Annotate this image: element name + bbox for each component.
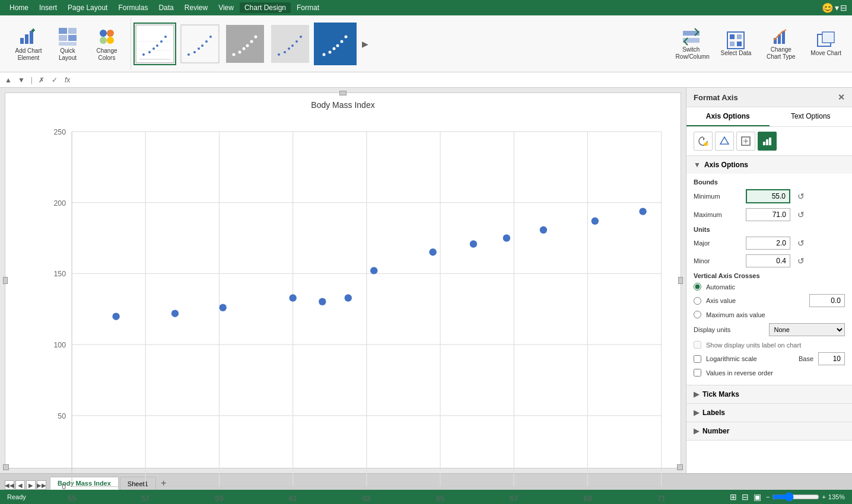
- format-icon-shape[interactable]: [715, 132, 734, 151]
- labels-section: ▶ Labels: [686, 404, 852, 422]
- chart-style-3[interactable]: [224, 23, 266, 65]
- tab-text-options[interactable]: Text Options: [770, 107, 853, 126]
- view-normal-icon[interactable]: ⊞: [730, 492, 737, 502]
- display-units-label: Display units: [694, 326, 764, 333]
- svg-text:200: 200: [53, 199, 66, 208]
- formula-confirm-btn[interactable]: ✓: [49, 75, 60, 85]
- svg-point-26: [193, 51, 196, 53]
- menu-review[interactable]: Review: [180, 2, 212, 13]
- tick-marks-header[interactable]: ▶ Tick Marks: [686, 385, 852, 403]
- svg-point-18: [142, 53, 145, 56]
- number-header[interactable]: ▶ Number: [686, 422, 852, 440]
- format-icon-paint[interactable]: [694, 132, 713, 151]
- view-page-break-icon[interactable]: ⊟: [742, 492, 749, 502]
- add-chart-element-button[interactable]: Add Chart Element: [9, 24, 47, 64]
- svg-rect-45: [316, 25, 354, 63]
- quick-layout-button[interactable]: Quick Layout: [49, 24, 87, 64]
- svg-rect-38: [271, 25, 309, 63]
- change-chart-type-button[interactable]: Change Chart Type: [759, 24, 802, 64]
- chart-style-4[interactable]: [269, 23, 311, 65]
- switch-row-column-icon: [682, 27, 701, 46]
- menu-format[interactable]: Format: [292, 2, 324, 13]
- svg-text:57: 57: [141, 495, 150, 503]
- select-data-button[interactable]: Select Data: [715, 27, 758, 60]
- svg-point-46: [323, 53, 326, 56]
- major-input[interactable]: [746, 237, 790, 250]
- menu-chart-design[interactable]: Chart Design: [240, 2, 291, 13]
- tick-marks-section: ▶ Tick Marks: [686, 385, 852, 404]
- status-right: ⊞ ⊟ ▣ − + 135%: [730, 492, 845, 502]
- format-icon-bar-chart[interactable]: [758, 132, 777, 151]
- maximum-input[interactable]: [746, 208, 790, 221]
- data-point-6: [345, 294, 352, 301]
- svg-rect-101: [766, 139, 768, 145]
- format-panel-tabs: Axis Options Text Options: [686, 107, 852, 127]
- select-data-icon: [726, 31, 745, 50]
- chart-style-5[interactable]: [314, 23, 357, 65]
- show-display-label-text: Show display units label on chart: [706, 342, 801, 349]
- show-display-label-checkbox[interactable]: [694, 341, 701, 349]
- labels-header[interactable]: ▶ Labels: [686, 404, 852, 422]
- svg-rect-2: [30, 31, 33, 44]
- number-title: Number: [702, 427, 729, 435]
- vac-max-radio[interactable]: [694, 311, 701, 318]
- format-panel-title: Format Axis: [694, 93, 738, 102]
- menu-view[interactable]: View: [214, 2, 239, 13]
- display-units-row: Display units None Hundreds Thousands Mi…: [694, 323, 845, 336]
- data-point-8: [429, 248, 436, 256]
- minor-input[interactable]: [746, 254, 790, 267]
- formula-fn-btn[interactable]: fx: [62, 75, 72, 85]
- units-minor-row: Minor ↺: [694, 254, 845, 267]
- svg-point-32: [233, 53, 236, 56]
- minor-reset-btn[interactable]: ↺: [795, 255, 807, 267]
- svg-text:55: 55: [68, 495, 76, 503]
- move-chart-button[interactable]: Move Chart: [805, 27, 847, 60]
- menu-page-layout[interactable]: Page Layout: [63, 2, 112, 13]
- formula-down-btn[interactable]: ▼: [15, 75, 27, 85]
- svg-point-11: [107, 30, 114, 37]
- menu-formulas[interactable]: Formulas: [113, 2, 152, 13]
- zoom-out-btn[interactable]: −: [766, 493, 770, 500]
- chart-style-2[interactable]: [179, 23, 221, 65]
- zoom-slider[interactable]: [772, 492, 819, 502]
- base-input[interactable]: [818, 352, 845, 365]
- minor-label: Minor: [694, 257, 741, 264]
- minimum-input[interactable]: [746, 189, 790, 203]
- reverse-order-checkbox[interactable]: [694, 369, 701, 377]
- formula-input[interactable]: [75, 75, 850, 85]
- chart-container[interactable]: Body Mass Index: [5, 92, 681, 468]
- format-icon-size[interactable]: [736, 132, 755, 151]
- vac-axis-value-input[interactable]: [809, 294, 845, 307]
- vac-automatic-radio[interactable]: [694, 283, 701, 291]
- minimum-reset-btn[interactable]: ↺: [795, 190, 807, 202]
- svg-rect-56: [737, 34, 742, 39]
- chart-style-1[interactable]: [133, 23, 176, 65]
- axis-options-header[interactable]: ▼ Axis Options: [686, 156, 852, 174]
- major-reset-btn[interactable]: ↺: [795, 237, 807, 249]
- menu-data[interactable]: Data: [154, 2, 178, 13]
- svg-point-47: [329, 50, 332, 53]
- logarithmic-scale-label: Logarithmic scale: [706, 355, 757, 362]
- chart-resize-handle-top[interactable]: [339, 91, 346, 95]
- formula-up-btn[interactable]: ▲: [2, 75, 14, 85]
- svg-rect-24: [181, 25, 219, 63]
- view-page-layout-icon[interactable]: ▣: [754, 492, 761, 502]
- svg-point-10: [100, 30, 107, 37]
- display-units-select[interactable]: None Hundreds Thousands Millions: [769, 323, 845, 336]
- logarithmic-scale-checkbox[interactable]: [694, 355, 701, 363]
- menu-home[interactable]: Home: [5, 2, 33, 13]
- chart-body: 0 50 100 150 200 250 55 57 59 61 63 65 6…: [5, 112, 681, 504]
- menu-insert[interactable]: Insert: [34, 2, 62, 13]
- bounds-title: Bounds: [694, 178, 845, 186]
- style-arrow-right[interactable]: ▶: [359, 23, 371, 65]
- switch-row-column-button[interactable]: Switch Row/Column: [670, 24, 713, 64]
- formula-cancel-btn[interactable]: ✗: [36, 75, 47, 85]
- zoom-in-btn[interactable]: +: [822, 493, 825, 500]
- tab-axis-options[interactable]: Axis Options: [686, 107, 770, 126]
- show-display-label-row: Show display units label on chart: [694, 341, 845, 349]
- vac-axis-value-radio[interactable]: [694, 297, 701, 305]
- tick-marks-title: Tick Marks: [702, 390, 739, 398]
- format-panel-close-btn[interactable]: ✕: [838, 92, 845, 102]
- maximum-reset-btn[interactable]: ↺: [795, 209, 807, 221]
- change-colors-button[interactable]: Change Colors: [88, 24, 126, 64]
